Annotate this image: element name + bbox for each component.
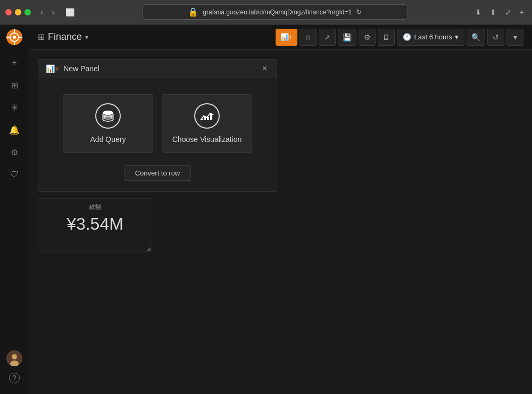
choose-viz-label: Choose Visualization: [172, 135, 242, 144]
dashboards-icon: ⊞: [11, 80, 18, 90]
share-browser-button[interactable]: ⬆: [487, 7, 499, 18]
chevron-down-icon: ▾: [85, 33, 88, 41]
shield-icon: 🛡: [10, 170, 19, 179]
svg-rect-19: [210, 113, 212, 120]
svg-point-2: [13, 36, 16, 39]
maximize-traffic-light[interactable]: [24, 9, 31, 15]
new-panel-header: 📊+ New Panel ×: [38, 60, 277, 78]
topbar: ⊞ Finance ▾ 📊+ ☆ ↗ 💾: [29, 24, 532, 50]
sidebar-item-configuration[interactable]: ⚙: [3, 141, 26, 163]
search-icon: 🔍: [471, 33, 480, 41]
more-button[interactable]: ▾: [506, 29, 523, 46]
svg-point-8: [12, 354, 17, 359]
add-panel-button[interactable]: 📊+: [276, 29, 298, 46]
reload-icon: ↻: [356, 8, 362, 16]
security-icon: 🔒: [188, 7, 198, 17]
clock-icon: 🕐: [403, 33, 411, 41]
add-query-icon: [95, 103, 121, 129]
settings-button[interactable]: ⚙: [359, 29, 376, 46]
chevron-down-icon: ▾: [513, 33, 517, 41]
share-button[interactable]: ↗: [319, 29, 336, 46]
dashboard-title[interactable]: ⊞ Finance ▾: [38, 31, 88, 43]
new-panel-title: New Panel: [63, 64, 255, 73]
stat-panel-title: 総額: [45, 203, 145, 211]
svg-rect-16: [201, 119, 203, 120]
time-picker-chevron: ▾: [455, 33, 459, 41]
nav-buttons: ‹ ›: [37, 6, 58, 18]
time-picker[interactable]: 🕐 Last 6 hours ▾: [397, 29, 464, 46]
share-icon: ↗: [324, 33, 330, 41]
add-query-option[interactable]: Add Query: [63, 94, 153, 153]
time-range-label: Last 6 hours: [414, 33, 452, 41]
sidebar-item-alerting[interactable]: 🔔: [3, 119, 26, 140]
explore-icon: ✳: [11, 103, 18, 113]
traffic-lights: [5, 9, 31, 15]
browser-actions: ⬇ ⬆ ⤢ +: [472, 7, 527, 18]
star-button[interactable]: ☆: [300, 29, 317, 46]
search-button[interactable]: 🔍: [467, 29, 485, 46]
star-icon: ☆: [305, 33, 312, 41]
svg-rect-17: [204, 116, 206, 120]
topbar-actions: 📊+ ☆ ↗ 💾 ⚙ 🖥: [276, 29, 523, 46]
refresh-icon: ↺: [493, 33, 499, 41]
minimize-traffic-light[interactable]: [15, 9, 21, 15]
bell-icon: 🔔: [9, 125, 20, 135]
tv-icon: 🖥: [383, 33, 390, 41]
add-panel-icon: 📊+: [280, 33, 293, 41]
resize-handle[interactable]: ◢: [146, 246, 151, 250]
add-tab-button[interactable]: +: [517, 7, 527, 18]
app-container: + ⊞ ✳ 🔔 ⚙ 🛡 ?: [0, 24, 532, 394]
choose-viz-icon: [194, 103, 220, 129]
new-panel: 📊+ New Panel ×: [38, 59, 277, 192]
browser-chrome: ‹ › ⬜ 🔒 grafana.goozen.lab/d/mQamqDmgz/f…: [0, 0, 532, 24]
save-button[interactable]: 💾: [338, 29, 356, 46]
url-text: grafana.goozen.lab/d/mQamqDmgz/finance?o…: [203, 9, 352, 16]
back-button[interactable]: ‹: [37, 6, 46, 18]
choose-visualization-option[interactable]: Choose Visualization: [162, 94, 252, 153]
stat-panel: 総額 ¥3.54M ◢: [38, 198, 152, 252]
svg-rect-18: [207, 117, 209, 120]
settings-icon: ⚙: [364, 33, 371, 41]
convert-to-row-button[interactable]: Convert to row: [124, 165, 192, 181]
sidebar-item-shield[interactable]: 🛡: [3, 164, 26, 185]
address-bar[interactable]: 🔒 grafana.goozen.lab/d/mQamqDmgz/finance…: [142, 4, 408, 20]
stat-panel-value: ¥3.54M: [45, 214, 145, 234]
sidebar: + ⊞ ✳ 🔔 ⚙ 🛡 ?: [0, 24, 29, 394]
panel-header-icon: 📊+: [46, 64, 59, 73]
sidebar-item-dashboards[interactable]: ⊞: [3, 74, 26, 96]
gear-icon: ⚙: [11, 147, 18, 157]
tv-mode-button[interactable]: 🖥: [378, 29, 395, 46]
sidebar-item-create[interactable]: +: [3, 52, 26, 73]
save-icon: 💾: [343, 33, 352, 41]
dashboard-area: 📊+ New Panel ×: [29, 51, 532, 394]
new-panel-body: Add Query: [38, 78, 277, 191]
add-query-label: Add Query: [90, 135, 126, 144]
close-panel-button[interactable]: ×: [260, 64, 269, 73]
sidebar-item-explore[interactable]: ✳: [3, 97, 26, 118]
forward-button[interactable]: ›: [48, 6, 57, 18]
user-avatar[interactable]: [6, 350, 22, 366]
download-button[interactable]: ⬇: [472, 7, 484, 18]
panel-options: Add Query: [49, 94, 266, 153]
create-icon: +: [12, 58, 16, 68]
help-icon: ?: [9, 373, 20, 383]
fullscreen-button[interactable]: ⤢: [502, 7, 514, 18]
refresh-button[interactable]: ↺: [487, 29, 504, 46]
title-text: Finance: [48, 31, 82, 43]
grafana-logo[interactable]: [6, 29, 23, 46]
sidebar-item-help[interactable]: ?: [3, 367, 26, 389]
apps-icon: ⊞: [38, 32, 45, 42]
header-row: ⊞ Finance ▾ 📊+ ☆ ↗ 💾: [29, 24, 532, 51]
sidebar-bottom: ?: [3, 350, 26, 394]
main-content: ⊞ Finance ▾ 📊+ ☆ ↗ 💾: [29, 24, 532, 394]
view-mode-button[interactable]: ⬜: [62, 7, 78, 18]
close-traffic-light[interactable]: [5, 9, 12, 15]
